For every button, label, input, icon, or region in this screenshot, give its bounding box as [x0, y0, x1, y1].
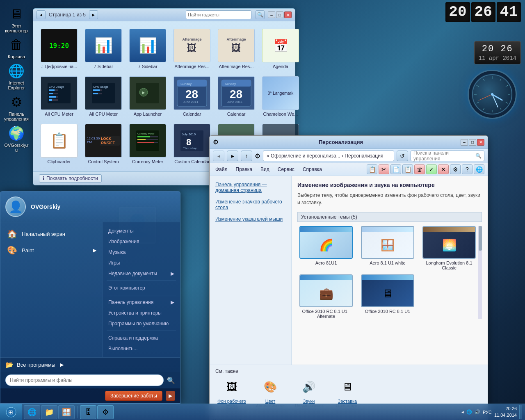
- taskbar-explorer-button[interactable]: 📁: [41, 405, 57, 419]
- gadget-7sidebar2-preview: 📊: [129, 29, 166, 62]
- toolbar-paste-button[interactable]: 📋: [402, 164, 413, 174]
- start-right-defaults[interactable]: Программы по умолчанию: [103, 318, 180, 329]
- gadget-afterimage1[interactable]: Afterimage 🖼 Afterimage Res...: [172, 27, 212, 71]
- gadgets-prev-button[interactable]: ◂: [37, 10, 46, 19]
- menu-help[interactable]: Справка: [300, 166, 324, 173]
- taskbar-windows-button[interactable]: 🪟: [58, 405, 75, 419]
- start-right-control-panel[interactable]: Панель управления ▶: [103, 297, 180, 308]
- start-right-documents[interactable]: Документы: [103, 226, 180, 236]
- desktop-icon-my-computer[interactable]: 🖥 Этот компьютер: [2, 5, 31, 35]
- toolbar-copy-button[interactable]: 📄: [390, 164, 401, 174]
- gadget-calendar1[interactable]: Sunday 28 June 2011 Calendar: [172, 75, 212, 118]
- menu-file[interactable]: Файл: [213, 166, 230, 173]
- all-programs-label[interactable]: Все программы: [17, 362, 55, 368]
- svg-line-15: [477, 85, 479, 87]
- gadgets-maximize-button[interactable]: □: [276, 11, 283, 18]
- persona-maximize-button[interactable]: □: [469, 139, 476, 146]
- start-menu-item-home[interactable]: 🏠 Начальный экран: [0, 226, 102, 242]
- desktop-icon-ie[interactable]: 🌐 Internet Explorer: [2, 62, 31, 92]
- my-computer-icon: 🖥: [10, 7, 23, 22]
- desktop: 🖥 Этот компьютер 🗑 Корзина 🌐 Internet Ex…: [0, 0, 525, 420]
- sidebar-desktop-icons-link[interactable]: Изменение значков рабочего стола: [215, 199, 285, 210]
- start-right-devices[interactable]: Устройства и принтеры: [103, 308, 180, 318]
- toolbar-check-button[interactable]: ✓: [426, 164, 437, 174]
- start-right-music[interactable]: Музыка: [103, 247, 180, 258]
- desktop-icon-control-panel[interactable]: ⚙ Панель управления: [2, 93, 31, 123]
- svg-rect-24: [49, 96, 56, 98]
- personalization-sidebar: Панель управления — домашняя страница Из…: [210, 176, 292, 365]
- gadget-7sidebar1[interactable]: 📊 7 Sidebar: [83, 27, 123, 71]
- menu-view[interactable]: Вид: [258, 166, 272, 173]
- nav-up-button[interactable]: ↑: [241, 151, 252, 161]
- theme-aero81u1white-name: Aero 8.1 U1 white: [370, 260, 405, 265]
- gadget-custom-calendar-label: Custom Calendar: [174, 159, 210, 164]
- gadgets-search-button[interactable]: 🔍: [256, 10, 265, 19]
- gadget-agenda[interactable]: 📅 Agenda: [260, 27, 301, 71]
- theme-aero81u1white[interactable]: 🪟 Aero 8.1 U1 white: [359, 226, 416, 270]
- gadget-clipboarder[interactable]: 📋 Clipboarder: [39, 122, 79, 166]
- toolbar-properties-button[interactable]: ⚙: [450, 164, 461, 174]
- sidebar-home-link[interactable]: Панель управления — домашняя страница: [215, 182, 285, 193]
- start-right-images[interactable]: Изображения: [103, 236, 180, 247]
- start-menu-user-info: OVGorskiy: [31, 196, 60, 217]
- taskbar-gadgets-button[interactable]: 🎛: [80, 405, 96, 419]
- menu-service[interactable]: Сервис: [275, 166, 297, 173]
- toolbar-x-button[interactable]: ✕: [438, 164, 449, 174]
- desktop-icon-ovgorskiy[interactable]: 🌍 OVGorskiy.ru: [2, 124, 31, 154]
- start-right-run[interactable]: Выполнить...: [103, 343, 180, 354]
- nav-back-button[interactable]: ◂: [213, 151, 224, 161]
- taskbar-show-desktop[interactable]: [519, 405, 522, 419]
- start-search-input[interactable]: [5, 374, 164, 386]
- gadgets-next-button[interactable]: ▸: [89, 10, 98, 19]
- show-details-button[interactable]: ℹ Показать подробности: [39, 174, 102, 183]
- gadgets-search-input[interactable]: [186, 10, 251, 19]
- gadget-app-launcher[interactable]: ▶ App Launcher: [128, 75, 168, 118]
- toolbar-organize-button[interactable]: 📋: [367, 164, 377, 174]
- themes-scrollbar[interactable]: [478, 226, 482, 319]
- taskbar-persona-button[interactable]: ⚙: [97, 405, 114, 419]
- gadgets-close-button[interactable]: ✕: [284, 11, 292, 18]
- gadget-7sidebar2[interactable]: 📊 7 Sidebar: [128, 27, 168, 71]
- start-right-help[interactable]: Справка и поддержка: [103, 333, 180, 343]
- gadget-all-cpu1[interactable]: CPU Usage All CPU Meter: [39, 75, 79, 118]
- sidebar-mouse-pointers-link[interactable]: Изменение указателей мыши: [215, 216, 285, 222]
- persona-close-button[interactable]: ✕: [477, 139, 484, 146]
- nav-forward-button[interactable]: ▸: [227, 151, 238, 161]
- toolbar-globe-button[interactable]: 🌐: [474, 164, 484, 174]
- start-menu-item-paint[interactable]: 🎨 Paint ▶: [0, 242, 102, 258]
- tray-time: 20:26: [494, 406, 517, 412]
- theme-aero81u1[interactable]: 🌈 Aero 81U1: [297, 226, 355, 270]
- persona-minimize-button[interactable]: –: [461, 139, 468, 146]
- start-button[interactable]: ⊞: [0, 404, 22, 420]
- desktop-icon-recycle-bin[interactable]: 🗑 Корзина: [2, 36, 31, 61]
- themes-scrollbar-thumb[interactable]: [479, 226, 482, 251]
- theme-longhorn[interactable]: 🌅 Longhorn Evolution 8.1 Classic: [420, 226, 478, 270]
- start-right-my-computer[interactable]: Этот компьютер: [103, 283, 180, 293]
- shutdown-button[interactable]: Завершение работы: [105, 391, 162, 401]
- menu-edit[interactable]: Правка: [233, 166, 255, 173]
- gadget-digital-clock[interactable]: 19:20 .: Цифровые ча...: [39, 27, 79, 71]
- taskbar-hide-icon[interactable]: ◂: [461, 409, 464, 415]
- gadget-all-cpu2[interactable]: CPU Usage All CPU Meter: [83, 75, 123, 118]
- persona-search-input[interactable]: Поиск в панели управления 🔍: [411, 151, 484, 161]
- toolbar-help-button[interactable]: ?: [462, 164, 472, 174]
- toolbar-delete-button[interactable]: 🗑: [414, 164, 425, 174]
- gadget-calendar2[interactable]: Sunday 28 June 2011 Calendar: [216, 75, 256, 118]
- svg-line-9: [506, 102, 508, 103]
- gadget-control-system[interactable]: 12:03:30 PM LOCK ON/OFF Control System: [83, 122, 123, 166]
- gadget-currency-meter[interactable]: Currency Meter Currency Meter: [128, 122, 168, 166]
- start-right-games[interactable]: Игры: [103, 258, 180, 268]
- gadget-custom-calendar[interactable]: July 2010 8 Thursday Custom Calendar: [172, 122, 212, 166]
- theme-office2010alt[interactable]: 💼 Office 2010 RC 8.1 U1 - Alternate: [297, 274, 355, 319]
- gadget-chameleon[interactable]: 0° Langemark Chameleon We...: [260, 75, 301, 118]
- taskbar-ie-button[interactable]: 🌐: [24, 405, 40, 419]
- gadgets-minimize-button[interactable]: –: [268, 11, 275, 18]
- nav-refresh-button[interactable]: ↺: [397, 151, 408, 161]
- start-right-recent[interactable]: Недавние документы ▶: [103, 268, 180, 279]
- persona-search-icon: 🔍: [475, 153, 482, 159]
- gadget-afterimage2[interactable]: Afterimage 🖼 Afterimage Res...: [216, 27, 256, 71]
- calendar-time: 20 26: [479, 44, 516, 54]
- theme-office2010[interactable]: 🖥 Office 2010 RC 8.1 U1: [359, 274, 416, 319]
- ie-icon: 🌐: [8, 63, 25, 79]
- toolbar-cut-button[interactable]: ✂: [379, 164, 389, 174]
